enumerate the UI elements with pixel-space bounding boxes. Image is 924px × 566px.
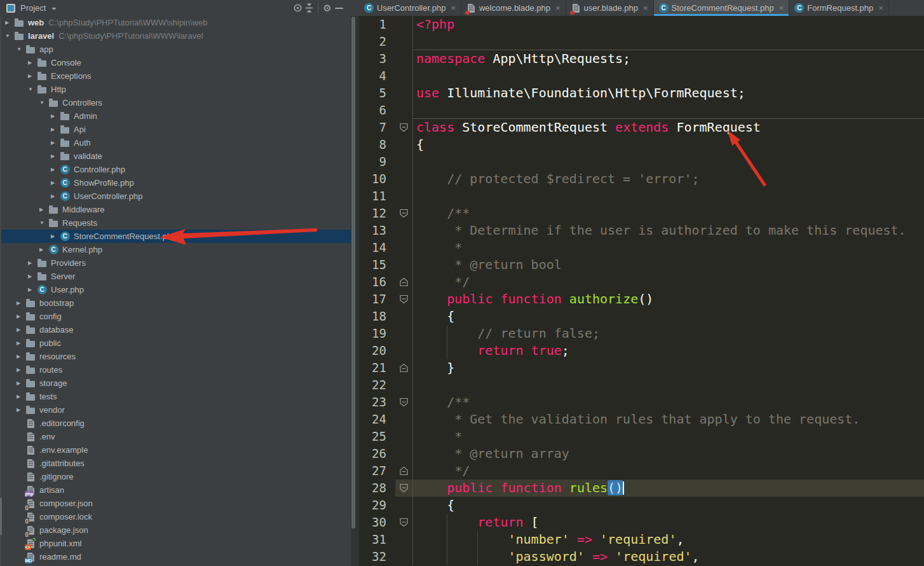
locate-icon[interactable] (292, 2, 303, 15)
tree-item-Admin[interactable]: ▶Admin (0, 109, 351, 123)
tree-item-public[interactable]: ▶public (0, 336, 351, 350)
close-tab-icon[interactable]: × (878, 4, 883, 12)
tree-item-readme.md[interactable]: MDreadme.md (0, 550, 351, 563)
tree-horizontal-scrollbar[interactable] (0, 498, 2, 535)
collapse-all-icon[interactable] (303, 2, 315, 15)
tree-item-Controllers[interactable]: ▼Controllers (0, 96, 351, 109)
tree-item-Middleware[interactable]: ▶Middleware (0, 203, 351, 216)
tree-item-laravel[interactable]: ▼laravelC:\phpStudy\PHPTutorial\WWW\lara… (0, 29, 351, 43)
expand-arrow-icon[interactable]: ▶ (17, 380, 25, 386)
tree-item-config[interactable]: ▶config (0, 310, 351, 323)
fold-marker-icon[interactable] (395, 205, 413, 222)
tab-UserController.php[interactable]: CUserController.php× (359, 0, 461, 16)
expand-arrow-icon[interactable]: ▶ (28, 73, 37, 79)
fold-marker-icon[interactable] (395, 359, 413, 376)
collapse-arrow-icon[interactable]: ▼ (5, 33, 14, 39)
expand-arrow-icon[interactable]: ▶ (28, 60, 37, 66)
expand-arrow-icon[interactable]: ▶ (51, 180, 60, 186)
expand-arrow-icon[interactable]: ▶ (51, 140, 60, 146)
expand-arrow-icon[interactable]: ▶ (39, 207, 48, 212)
tree-item-Http[interactable]: ▼Http (0, 83, 351, 96)
tree-item-.gitattributes[interactable]: .gitattributes (0, 457, 351, 470)
expand-arrow-icon[interactable]: ▶ (17, 314, 25, 319)
fold-marker-icon[interactable] (395, 119, 413, 136)
tab-welcome.blade.php[interactable]: welcome.blade.php× (461, 0, 566, 16)
project-tree[interactable]: ▶webC:\phpStudy\PHPTutorial\WWW\shipin\w… (0, 16, 351, 566)
tree-item-.env.example[interactable]: .env.example (0, 443, 351, 457)
tree-item-resources[interactable]: ▶resources (0, 350, 351, 363)
expand-arrow-icon[interactable]: ▶ (51, 153, 60, 159)
tree-item-package.json[interactable]: {}package.json (0, 523, 351, 537)
tree-item-StoreCommentRequest.php[interactable]: ▶CStoreCommentRequest.php (0, 230, 351, 243)
collapse-arrow-icon[interactable]: ▼ (28, 86, 37, 92)
settings-gear-icon[interactable]: ⚙ (322, 2, 333, 15)
hide-panel-icon[interactable] (333, 2, 344, 15)
fold-marker-icon[interactable] (395, 291, 413, 308)
tree-item-validate[interactable]: ▶validate (0, 149, 351, 163)
tree-item-Api[interactable]: ▶Api (0, 123, 351, 136)
tree-item-.env[interactable]: .env (0, 430, 351, 443)
tree-item-.editorconfig[interactable]: .editorconfig (0, 417, 351, 430)
fold-marker-icon[interactable] (395, 480, 413, 497)
expand-arrow-icon[interactable]: ▶ (51, 193, 60, 199)
tree-item-routes[interactable]: ▶routes (0, 363, 351, 376)
tree-item-Requests[interactable]: ▼Requests (0, 216, 351, 230)
expand-arrow-icon[interactable]: ▶ (51, 233, 60, 239)
tree-item-Kernel.php[interactable]: ▶CKernel.php (0, 243, 351, 256)
close-tab-icon[interactable]: × (779, 4, 784, 12)
close-tab-icon[interactable]: × (643, 4, 648, 12)
tree-item-composer.json[interactable]: {}composer.json (0, 497, 351, 510)
expand-arrow-icon[interactable]: ▶ (28, 260, 37, 266)
tree-item-UserController.php[interactable]: ▶CUserController.php (0, 190, 351, 203)
collapse-arrow-icon[interactable]: ▼ (39, 220, 48, 226)
tree-item-ShowProfile.php[interactable]: ▶CShowProfile.php (0, 176, 351, 190)
expand-arrow-icon[interactable]: ▶ (17, 327, 25, 333)
expand-arrow-icon[interactable]: ▶ (28, 273, 37, 279)
expand-arrow-icon[interactable]: ▶ (17, 300, 25, 306)
close-tab-icon[interactable]: × (451, 4, 456, 12)
close-tab-icon[interactable]: × (555, 4, 561, 12)
tree-item-Exceptions[interactable]: ▶Exceptions (0, 69, 351, 83)
tree-item-User.php[interactable]: ▶CUser.php (0, 283, 351, 296)
tree-item-tests[interactable]: ▶tests (0, 390, 351, 403)
tree-item-Auth[interactable]: ▶Auth (0, 136, 351, 149)
collapse-arrow-icon[interactable]: ▼ (17, 46, 25, 52)
fold-marker-icon[interactable] (395, 394, 413, 411)
tree-item-bootstrap[interactable]: ▶bootstrap (0, 296, 351, 310)
expand-arrow-icon[interactable]: ▶ (17, 407, 25, 413)
tree-item-Server[interactable]: ▶Server (0, 270, 351, 283)
tree-item-storage[interactable]: ▶storage (0, 376, 351, 390)
code-editor[interactable]: 1<?php23namespace App\Http\Requests;45us… (359, 16, 924, 566)
expand-arrow-icon[interactable]: ▶ (51, 127, 60, 132)
tree-item-vendor[interactable]: ▶vendor (0, 403, 351, 417)
expand-arrow-icon[interactable]: ▶ (51, 167, 60, 172)
tree-item-.gitignore[interactable]: .gitignore (0, 470, 351, 483)
tab-user.blade.php[interactable]: user.blade.php× (566, 0, 654, 16)
tab-FormRequest.php[interactable]: CFormRequest.php× (789, 0, 889, 16)
fold-marker-icon[interactable] (395, 273, 413, 291)
tree-item-Providers[interactable]: ▶Providers (0, 256, 351, 270)
expand-arrow-icon[interactable]: ▶ (17, 394, 25, 399)
tree-item-artisan[interactable]: phpartisan (0, 483, 351, 497)
tree-item-database[interactable]: ▶database (0, 323, 351, 336)
collapse-arrow-icon[interactable]: ▼ (39, 100, 48, 106)
tree-item-phpunit.xml[interactable]: <>phpunit.xml (0, 537, 351, 550)
dropdown-arrow-icon[interactable] (51, 8, 57, 13)
tree-item-Console[interactable]: ▶Console (0, 56, 351, 69)
expand-arrow-icon[interactable]: ▶ (39, 247, 48, 252)
expand-arrow-icon[interactable]: ▶ (51, 113, 60, 119)
expand-arrow-icon[interactable]: ▶ (17, 354, 25, 359)
fold-marker-icon[interactable] (395, 514, 413, 531)
tab-StoreCommentRequest.php[interactable]: CStoreCommentRequest.php× (654, 0, 790, 16)
tree-item-web[interactable]: ▶webC:\phpStudy\PHPTutorial\WWW\shipin\w… (0, 16, 351, 29)
project-panel-title[interactable]: Project (20, 3, 46, 13)
tree-scrollbar-thumb[interactable] (351, 17, 355, 528)
fold-marker-icon[interactable] (395, 462, 413, 480)
tree-item-Controller.php[interactable]: ▶CController.php (0, 163, 351, 176)
expand-arrow-icon[interactable]: ▶ (17, 340, 25, 346)
expand-arrow-icon[interactable]: ▶ (28, 287, 37, 293)
expand-arrow-icon[interactable]: ▶ (5, 20, 14, 25)
tree-item-composer.lock[interactable]: {}composer.lock (0, 510, 351, 523)
tree-item-app[interactable]: ▼app (0, 43, 351, 56)
expand-arrow-icon[interactable]: ▶ (17, 367, 25, 373)
